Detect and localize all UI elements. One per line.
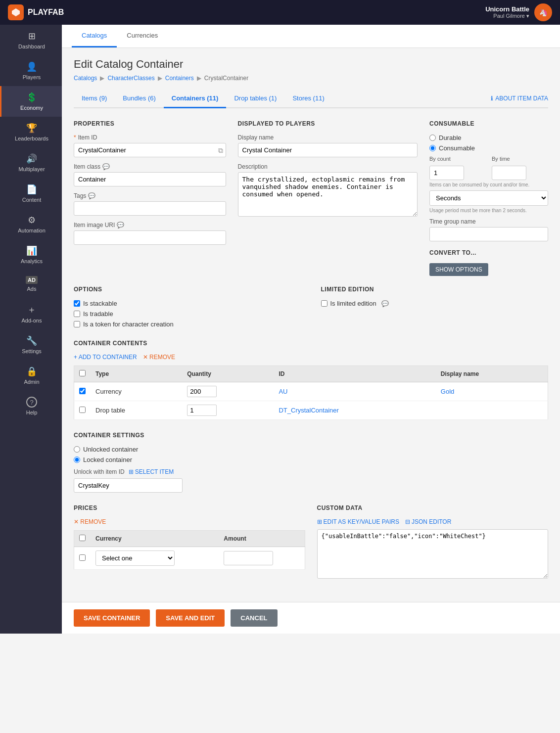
sidebar-item-dashboard[interactable]: ⊞ Dashboard (0, 25, 62, 55)
limited-edition-comment-icon[interactable]: 💬 (381, 300, 389, 307)
amount-input[interactable] (224, 551, 273, 565)
remove-container-button[interactable]: ✕ REMOVE (143, 354, 175, 361)
tags-input[interactable] (74, 201, 226, 216)
row-id-link[interactable]: AU (279, 388, 287, 395)
show-options-button[interactable]: SHOW OPTIONS (429, 263, 488, 276)
prices-select-all[interactable] (79, 535, 86, 541)
sidebar-item-help[interactable]: ? Help (0, 391, 62, 421)
tab-drop-tables[interactable]: Drop tables (1) (226, 90, 284, 108)
prices-remove-button[interactable]: ✕ REMOVE (74, 518, 106, 525)
row-checkbox[interactable] (79, 388, 86, 394)
by-time-label: By time (492, 156, 548, 162)
by-count-input[interactable] (429, 166, 464, 180)
bottom-row: PRICES ✕ REMOVE Currency Amount (74, 504, 548, 580)
durable-radio-label[interactable]: Durable (429, 134, 548, 141)
copy-icon[interactable]: ⧉ (218, 146, 223, 154)
by-time-input[interactable] (492, 166, 526, 180)
sidebar-item-multiplayer[interactable]: 🔊 Multiplayer (0, 147, 62, 178)
image-uri-input[interactable] (74, 230, 226, 245)
unlocked-radio-label[interactable]: Unlocked container (74, 446, 548, 453)
time-unit-select[interactable]: Seconds (429, 190, 548, 206)
row-quantity-input[interactable] (187, 405, 217, 416)
game-name: Unicorn Battle (485, 5, 529, 13)
is-tradable-checkbox[interactable] (74, 311, 80, 317)
save-container-button[interactable]: SAVE CONTAINER (74, 609, 150, 627)
tags-comment-icon[interactable]: 💬 (88, 192, 95, 199)
is-token-label[interactable]: Is a token for character creation (74, 321, 301, 328)
is-limited-label[interactable]: Is limited edition 💬 (321, 300, 549, 307)
sidebar-item-content[interactable]: 📄 Content (0, 178, 62, 209)
main-content: Catalogs Currencies Edit Catalog Contain… (62, 25, 560, 634)
prices-remove-bar: ✕ REMOVE (74, 518, 305, 525)
edit-kv-pairs-link[interactable]: ⊞ EDIT AS KEY/VALUE PAIRS (317, 518, 399, 525)
cancel-button[interactable]: CANCEL (231, 609, 277, 627)
sidebar-item-economy[interactable]: 💲 Economy (0, 86, 62, 117)
svg-marker-0 (12, 8, 20, 16)
consumable-radio[interactable] (429, 145, 436, 151)
sidebar-item-addons[interactable]: ＋ Add-ons (0, 298, 62, 329)
select-all-checkbox[interactable] (79, 370, 86, 376)
sidebar-item-analytics[interactable]: 📊 Analytics (0, 239, 62, 270)
row-id-link[interactable]: DT_CrystalContainer (279, 407, 338, 414)
tab-containers[interactable]: Containers (11) (164, 90, 227, 108)
tab-bundles[interactable]: Bundles (6) (115, 90, 163, 108)
description-input[interactable]: The crystallized, ectoplasmic remains fr… (238, 172, 418, 217)
custom-data-textarea[interactable]: {"usableInBattle":"false","icon":"WhiteC… (317, 529, 549, 579)
image-uri-comment-icon[interactable]: 💬 (117, 222, 124, 229)
is-token-checkbox[interactable] (74, 321, 80, 327)
price-row-checkbox[interactable] (79, 554, 86, 561)
user-info: Unicorn Battle Paul Gilmore ▾ (485, 5, 529, 19)
tab-currencies[interactable]: Currencies (117, 25, 168, 47)
save-and-edit-button[interactable]: SAVE AND EDIT (156, 609, 225, 627)
item-id-input[interactable] (74, 143, 226, 157)
time-group-name-input[interactable] (429, 227, 548, 241)
breadcrumb-catalogs[interactable]: Catalogs (74, 75, 97, 82)
tab-bar: Catalogs Currencies (62, 25, 560, 48)
tags-label: Tags 💬 (74, 192, 226, 199)
tab-catalogs[interactable]: Catalogs (72, 25, 117, 47)
sidebar-item-players[interactable]: 👤 Players (0, 55, 62, 86)
row-checkbox[interactable] (79, 407, 86, 413)
user-area[interactable]: Unicorn Battle Paul Gilmore ▾ 🦄 (485, 3, 552, 21)
breadcrumb-characterclasses[interactable]: CharacterClasses (107, 75, 154, 82)
sidebar-item-ads[interactable]: AD Ads (0, 270, 62, 298)
col-type: Type (91, 366, 182, 382)
sidebar-item-leaderboards[interactable]: 🏆 Leaderboards (0, 117, 62, 147)
currency-select[interactable]: Select one (95, 550, 175, 566)
container-lock-radio-group: Unlocked container Locked container (74, 446, 548, 463)
about-item-data[interactable]: ℹ ABOUT ITEM DATA (491, 95, 548, 102)
consumable-radio-label[interactable]: Consumable (429, 144, 548, 152)
tab-stores[interactable]: Stores (11) (284, 90, 332, 108)
automation-icon: ⚙ (28, 215, 36, 226)
sidebar-item-admin[interactable]: 🔒 Admin (0, 360, 62, 391)
select-item-link[interactable]: ⊞ SELECT ITEM (129, 468, 174, 475)
is-stackable-label[interactable]: Is stackable (74, 300, 301, 307)
players-icon: 👤 (26, 61, 37, 72)
locked-radio-label[interactable]: Locked container (74, 456, 548, 463)
item-class-comment-icon[interactable]: 💬 (102, 163, 110, 170)
add-to-container-button[interactable]: + ADD TO CONTAINER (74, 354, 137, 361)
display-name-input[interactable] (238, 143, 418, 157)
row-display-link[interactable]: Gold (441, 388, 454, 395)
sidebar-item-automation[interactable]: ⚙ Automation (0, 209, 62, 239)
unlocked-radio[interactable] (74, 446, 80, 453)
is-tradable-label[interactable]: Is tradable (74, 310, 301, 318)
row-quantity-input[interactable] (187, 386, 217, 397)
json-editor-link[interactable]: ⊟ JSON EDITOR (405, 518, 451, 525)
tab-items[interactable]: Items (9) (74, 90, 115, 108)
sidebar-item-label: Players (23, 74, 41, 80)
locked-radio[interactable] (74, 457, 80, 463)
unlock-item-id-input[interactable] (74, 478, 183, 493)
is-stackable-checkbox[interactable] (74, 300, 80, 307)
sidebar-item-settings[interactable]: 🔧 Settings (0, 329, 62, 360)
breadcrumb-containers[interactable]: Containers (165, 75, 194, 82)
image-uri-label: Item image URI 💬 (74, 222, 226, 229)
analytics-icon: 📊 (26, 245, 37, 256)
description-label: Description (238, 163, 418, 170)
is-limited-checkbox[interactable] (321, 300, 327, 307)
durable-radio[interactable] (429, 135, 436, 141)
item-class-input[interactable] (74, 172, 226, 186)
display-name-label: Display name (238, 134, 418, 141)
row-display-name: Gold (436, 382, 548, 401)
container-settings-title: CONTAINER SETTINGS (74, 432, 548, 439)
